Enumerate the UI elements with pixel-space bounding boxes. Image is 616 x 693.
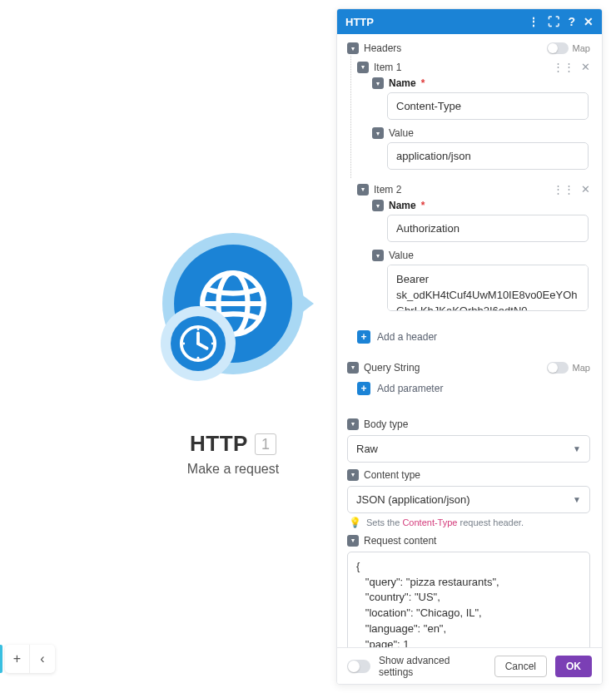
contenttype-select[interactable]: JSON (application/json) ▼ bbox=[347, 486, 590, 513]
header2-value-input[interactable] bbox=[387, 265, 589, 311]
close-icon[interactable]: ✕ bbox=[584, 15, 594, 28]
chevron-down-icon[interactable]: ▾ bbox=[372, 200, 384, 211]
contenttype-hint: 💡 Sets the Content-Type request header. bbox=[347, 513, 590, 528]
advanced-settings-toggle[interactable] bbox=[347, 660, 370, 673]
node-bubble bbox=[162, 233, 304, 374]
plus-icon: + bbox=[357, 382, 370, 395]
add-header-row[interactable]: + Add a header bbox=[357, 325, 590, 349]
add-parameter-label: Add parameter bbox=[377, 383, 443, 394]
chevron-down-icon[interactable]: ▾ bbox=[347, 42, 359, 54]
clock-inner bbox=[171, 316, 226, 371]
svg-point-8 bbox=[182, 343, 185, 345]
add-parameter-row[interactable]: + Add parameter bbox=[357, 377, 590, 400]
header-item-2: ▾ Item 2 ⋮⋮ ✕ ▾ Name* bbox=[357, 178, 600, 322]
panel-header: HTTP ⋮ ⛶ ? ✕ bbox=[337, 9, 602, 34]
field-value-label: Value bbox=[389, 127, 590, 139]
field-value-label: Value bbox=[389, 250, 590, 261]
querystring-map-label: Map bbox=[573, 363, 590, 373]
accent-stripe bbox=[0, 645, 2, 673]
panel-body[interactable]: ▾ Headers Map ▾ Item 1 ⋮⋮ ✕ bbox=[337, 34, 602, 647]
http-node-icon-wrapper bbox=[150, 233, 316, 416]
chevron-down-icon[interactable]: ▾ bbox=[357, 62, 369, 73]
chevron-down-icon[interactable]: ▾ bbox=[347, 469, 359, 481]
http-node[interactable]: HTTP 1 Make a request bbox=[150, 208, 316, 477]
querystring-map-toggle[interactable] bbox=[547, 362, 569, 374]
node-title: HTTP bbox=[190, 431, 248, 457]
chevron-down-icon[interactable]: ▾ bbox=[347, 418, 359, 430]
headers-map-label: Map bbox=[573, 43, 590, 53]
clock-icon bbox=[178, 324, 218, 364]
clock-badge bbox=[161, 306, 236, 381]
panel-footer: Show advanced settings Cancel OK bbox=[337, 647, 602, 684]
svg-point-7 bbox=[197, 357, 200, 359]
add-node-button[interactable]: + bbox=[5, 645, 30, 673]
remove-item-icon[interactable]: ✕ bbox=[581, 183, 590, 196]
bodytype-value: Raw bbox=[356, 443, 378, 455]
cancel-button[interactable]: Cancel bbox=[494, 656, 547, 677]
workflow-canvas[interactable]: HTTP 1 Make a request bbox=[0, 0, 325, 693]
more-icon[interactable]: ⋮ bbox=[528, 15, 539, 28]
caret-down-icon: ▼ bbox=[573, 444, 581, 453]
plus-icon: + bbox=[357, 330, 370, 344]
canvas-toolbar: + ‹ bbox=[5, 645, 55, 673]
item1-label: Item 1 bbox=[374, 62, 548, 73]
speech-pointer bbox=[297, 291, 314, 316]
header2-name-input[interactable] bbox=[387, 215, 589, 242]
chevron-down-icon[interactable]: ▾ bbox=[372, 127, 384, 139]
svg-line-5 bbox=[198, 344, 207, 349]
remove-item-icon[interactable]: ✕ bbox=[581, 61, 590, 73]
drag-handle-icon[interactable]: ⋮⋮ bbox=[553, 61, 574, 73]
header-item-1: ▾ Item 1 ⋮⋮ ✕ ▾ Name* bbox=[357, 56, 600, 178]
requestcontent-input[interactable] bbox=[347, 552, 590, 647]
field-name-label: Name bbox=[389, 200, 416, 211]
querystring-label: Query String bbox=[364, 362, 542, 374]
bodytype-label: Body type bbox=[364, 418, 580, 430]
drag-handle-icon[interactable]: ⋮⋮ bbox=[553, 183, 574, 196]
bodytype-select[interactable]: Raw ▼ bbox=[347, 435, 590, 463]
node-subtitle: Make a request bbox=[150, 462, 316, 477]
requestcontent-label: Request content bbox=[364, 535, 580, 547]
field-name-label: Name bbox=[389, 77, 416, 89]
contenttype-label: Content type bbox=[364, 469, 580, 481]
chevron-down-icon[interactable]: ▾ bbox=[357, 184, 369, 196]
add-header-label: Add a header bbox=[377, 331, 437, 343]
chevron-down-icon[interactable]: ▾ bbox=[372, 250, 384, 261]
back-button[interactable]: ‹ bbox=[30, 645, 55, 673]
chevron-down-icon[interactable]: ▾ bbox=[347, 535, 359, 547]
item2-label: Item 2 bbox=[374, 184, 548, 196]
header1-value-input[interactable] bbox=[387, 142, 589, 170]
ok-button[interactable]: OK bbox=[555, 656, 592, 677]
header1-name-input[interactable] bbox=[387, 92, 589, 120]
node-number: 1 bbox=[255, 433, 276, 455]
help-icon[interactable]: ? bbox=[568, 15, 575, 28]
svg-point-6 bbox=[197, 328, 200, 330]
headers-label: Headers bbox=[364, 42, 542, 54]
expand-icon[interactable]: ⛶ bbox=[548, 15, 559, 28]
chevron-down-icon[interactable]: ▾ bbox=[372, 77, 384, 89]
http-config-panel: HTTP ⋮ ⛶ ? ✕ ▾ Headers Map ▾ bbox=[336, 8, 603, 685]
headers-map-toggle[interactable] bbox=[547, 42, 569, 54]
caret-down-icon: ▼ bbox=[573, 495, 581, 504]
svg-point-9 bbox=[211, 343, 214, 345]
panel-title: HTTP bbox=[345, 16, 528, 28]
chevron-down-icon[interactable]: ▾ bbox=[347, 362, 359, 374]
advanced-settings-label: Show advanced settings bbox=[379, 655, 486, 678]
contenttype-value: JSON (application/json) bbox=[356, 493, 470, 506]
bulb-icon: 💡 bbox=[349, 517, 361, 528]
